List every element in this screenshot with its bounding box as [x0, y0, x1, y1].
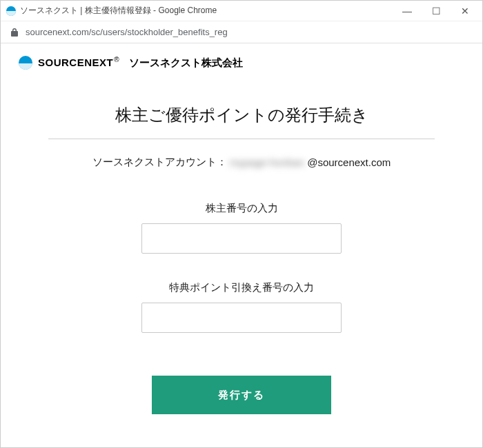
redemption-number-input[interactable] [141, 303, 342, 333]
shareholder-number-label: 株主番号の入力 [48, 202, 435, 215]
account-label: ソースネクストアカウント： [92, 156, 227, 169]
window-titlebar: ソースネクスト | 株主優待情報登録 - Google Chrome — ☐ ✕ [1, 1, 482, 21]
account-domain: @sourcenext.com [307, 156, 391, 168]
submit-button[interactable]: 発行する [152, 376, 331, 414]
brand-logo-icon [19, 56, 32, 70]
brand-wordmark: SOURCENEXT® [38, 56, 119, 69]
shareholder-number-input[interactable] [141, 223, 342, 254]
brand-company-name: ソースネクスト株式会社 [129, 57, 243, 70]
redemption-number-label: 特典ポイント引換え番号の入力 [48, 281, 435, 294]
lock-icon [10, 28, 19, 37]
window-title: ソースネクスト | 株主優待情報登録 - Google Chrome [20, 5, 217, 17]
brand-header: SOURCENEXT® ソースネクスト株式会社 [19, 56, 469, 70]
window-maximize-button[interactable]: ☐ [422, 1, 451, 21]
window-minimize-button[interactable]: — [393, 1, 422, 21]
favicon-icon [6, 6, 16, 16]
page-title: 株主ご優待ポイントの発行手続き [48, 104, 435, 139]
account-username-masked: mypage-honban [227, 156, 307, 168]
url-text: sourcenext.com/sc/users/stockholder_bene… [26, 27, 228, 37]
window-close-button[interactable]: ✕ [451, 1, 480, 21]
account-line: ソースネクストアカウント： mypage-honban @sourcenext.… [48, 156, 435, 169]
main-form: 株主ご優待ポイントの発行手続き ソースネクストアカウント： mypage-hon… [48, 104, 435, 414]
address-bar[interactable]: sourcenext.com/sc/users/stockholder_bene… [1, 21, 482, 43]
